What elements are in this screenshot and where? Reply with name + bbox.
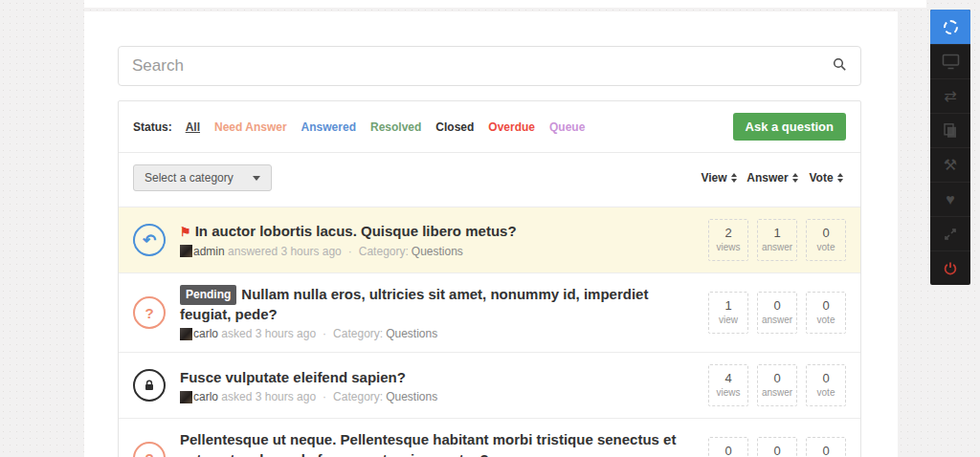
column-sort-answer[interactable]: Answer: [747, 171, 797, 185]
sync-icon[interactable]: ⇄: [930, 78, 970, 113]
question-row: ↶ ⚑In auctor lobortis lacus. Quisque lib…: [119, 207, 860, 272]
filter-overdue[interactable]: Overdue: [488, 120, 535, 134]
power-icon[interactable]: [930, 250, 970, 285]
avatar: [180, 391, 192, 403]
flag-icon: ⚑: [180, 225, 191, 239]
question-mark-icon: ?: [133, 296, 166, 329]
category-dropdown[interactable]: Select a category: [133, 164, 272, 191]
resize-icon[interactable]: [930, 216, 970, 250]
ask-question-button[interactable]: Ask a question: [733, 113, 846, 141]
customizer-icon[interactable]: [930, 10, 970, 44]
question-title[interactable]: ⚑In auctor lobortis lacus. Quisque liber…: [180, 222, 697, 241]
question-meta: admin answered 3 hours ago · Category: Q…: [180, 245, 697, 258]
question-title[interactable]: Pellentesque ut neque. Pellentesque habi…: [180, 430, 697, 457]
question-row: Fusce vulputate eleifend sapien? carlo a…: [119, 352, 860, 418]
top-strip: [84, 0, 926, 8]
answers-stat: 1answer: [757, 219, 797, 261]
search-icon[interactable]: [833, 57, 847, 76]
filter-resolved[interactable]: Resolved: [370, 120, 421, 134]
answers-stat: 0answer: [757, 437, 797, 457]
question-stats: 2views 1answer 0vote: [708, 219, 846, 261]
avatar: [180, 328, 192, 340]
filter-need-answer[interactable]: Need Answer: [214, 120, 287, 134]
author-link[interactable]: admin: [193, 245, 225, 258]
avatar: [180, 245, 192, 257]
views-stat: 2views: [708, 219, 748, 261]
question-stats: 1view 0answer 0vote: [708, 292, 846, 334]
category-toolbar: Select a category View Answer Vote: [119, 152, 860, 207]
sort-arrows-icon: [731, 173, 737, 183]
views-stat: 4views: [708, 364, 748, 406]
answers-stat: 0answer: [757, 364, 797, 406]
pages-icon[interactable]: [930, 113, 970, 147]
question-title[interactable]: Fusce vulputate eleifend sapien?: [180, 368, 697, 387]
search-input[interactable]: [132, 56, 833, 76]
votes-stat: 0vote: [806, 437, 846, 457]
filter-answered[interactable]: Answered: [301, 120, 356, 134]
author-link[interactable]: carlo: [193, 327, 218, 340]
column-sort-vote[interactable]: Vote: [806, 171, 846, 185]
column-headers: View Answer Vote: [699, 171, 846, 185]
category-link[interactable]: Questions: [386, 390, 437, 403]
status-filter-bar: Status: All Need Answer Answered Resolve…: [119, 101, 860, 152]
author-link[interactable]: carlo: [193, 390, 218, 403]
question-meta: carlo asked 3 hours ago · Category: Ques…: [180, 390, 697, 403]
status-filters: All Need Answer Answered Resolved Closed…: [186, 120, 586, 134]
question-meta: carlo asked 3 hours ago · Category: Ques…: [180, 327, 697, 340]
votes-stat: 0vote: [806, 219, 846, 261]
answered-reply-icon: ↶: [133, 224, 166, 256]
sort-arrows-icon: [837, 173, 843, 183]
chevron-down-icon: [253, 176, 260, 181]
question-stats: 0view 0answer 0vote: [708, 437, 846, 457]
question-row: ? Pellentesque ut neque. Pellentesque ha…: [119, 418, 860, 457]
answers-stat: 0answer: [757, 292, 797, 334]
lock-icon: [133, 369, 166, 402]
main-content-panel: Status: All Need Answer Answered Resolve…: [84, 11, 898, 457]
search-box: [118, 46, 861, 86]
views-stat: 1view: [708, 292, 748, 334]
demo-side-toolbar: ⇄ ⚒ ♥: [930, 10, 970, 285]
tools-icon[interactable]: ⚒: [930, 147, 970, 182]
sort-arrows-icon: [792, 173, 798, 183]
status-label: Status:: [133, 120, 172, 134]
pending-badge: Pending: [180, 285, 236, 305]
question-stats: 4views 0answer 0vote: [708, 364, 846, 406]
votes-stat: 0vote: [806, 364, 846, 406]
questions-panel: Status: All Need Answer Answered Resolve…: [118, 100, 861, 457]
question-row: ? PendingNullam nulla eros, ultricies si…: [119, 272, 860, 352]
category-dropdown-label: Select a category: [145, 171, 234, 185]
favorites-heart-icon[interactable]: ♥: [930, 182, 970, 216]
column-sort-view[interactable]: View: [699, 171, 739, 185]
question-mark-icon: ?: [133, 442, 166, 457]
category-link[interactable]: Questions: [412, 245, 463, 258]
filter-all[interactable]: All: [186, 120, 200, 134]
category-link[interactable]: Questions: [386, 327, 437, 340]
filter-queue[interactable]: Queue: [549, 120, 585, 134]
filter-closed[interactable]: Closed: [435, 120, 474, 134]
votes-stat: 0vote: [806, 292, 846, 334]
question-title[interactable]: PendingNullam nulla eros, ultricies sit …: [180, 285, 697, 324]
monitor-icon[interactable]: [930, 44, 970, 78]
views-stat: 0view: [708, 437, 748, 457]
